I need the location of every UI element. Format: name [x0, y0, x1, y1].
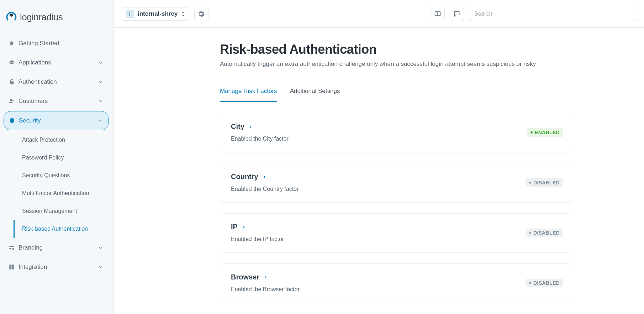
main-content: Risk-based Authentication Automatically …: [114, 28, 644, 314]
shield-icon: [9, 117, 19, 124]
factor-title: IP: [231, 223, 238, 231]
chat-icon: [453, 10, 460, 17]
settings-button[interactable]: [194, 7, 208, 21]
primary-nav: Getting Started Applications Authenticat…: [0, 34, 114, 276]
svg-point-1: [10, 14, 13, 17]
gear-icon: [198, 10, 205, 17]
svg-rect-2: [8, 20, 15, 22]
rocket-icon: [9, 40, 19, 47]
svg-rect-6: [9, 248, 11, 249]
svg-rect-8: [9, 265, 11, 267]
book-icon: [434, 10, 441, 17]
brand-logo[interactable]: loginradius: [0, 4, 114, 33]
sidebar-item-label: Getting Started: [19, 40, 104, 47]
status-text: DISABLED: [533, 280, 560, 286]
project-badge: I: [126, 10, 134, 18]
security-subnav: Attack Protection Password Policy Securi…: [7, 131, 109, 238]
factor-desc: Enabled the Country factor: [231, 186, 561, 192]
users-icon: [9, 98, 19, 104]
svg-rect-7: [12, 248, 14, 250]
sidebar-item-integration[interactable]: Integration: [4, 258, 109, 276]
chevron-down-icon: [98, 98, 104, 104]
status-text: DISABLED: [533, 180, 560, 185]
sidebar-item-applications[interactable]: Applications: [4, 53, 109, 72]
status-dot-icon: [529, 282, 531, 284]
factor-title: Browser: [231, 273, 259, 281]
logo-mark-icon: [5, 11, 18, 23]
svg-rect-5: [9, 246, 14, 247]
subnav-label: Multi Factor Authentication: [22, 190, 89, 196]
chevron-right-icon: [263, 275, 268, 280]
project-selector[interactable]: I internal-shrey: [122, 7, 189, 21]
sidebar-item-label: Security: [19, 117, 97, 124]
page-title: Risk-based Authentication: [220, 42, 572, 57]
status-dot-icon: [530, 131, 533, 134]
svg-point-4: [12, 100, 14, 101]
subnav-label: Security Questions: [22, 172, 70, 178]
status-badge: ENABLED: [527, 128, 563, 137]
factor-card-country[interactable]: Country Enabled the Country factor DISAB…: [220, 163, 572, 203]
svg-rect-10: [9, 267, 11, 269]
sidebar-item-label: Branding: [19, 244, 98, 251]
subnav-risk-based-auth[interactable]: Risk-based Authentication: [14, 220, 109, 238]
factor-card-ip[interactable]: IP Enabled the IP factor DISABLED: [220, 213, 572, 253]
sidebar-item-label: Applications: [19, 59, 98, 66]
svg-rect-11: [12, 267, 14, 269]
tab-manage-risk-factors[interactable]: Manage Risk Factors: [220, 82, 277, 102]
tab-label: Additional Settings: [290, 88, 340, 94]
subnav-security-questions[interactable]: Security Questions: [14, 167, 109, 184]
layers-icon: [9, 59, 19, 66]
factor-title: City: [231, 122, 244, 131]
chat-button[interactable]: [450, 7, 464, 21]
tabs: Manage Risk Factors Additional Settings: [220, 82, 572, 102]
status-dot-icon: [529, 232, 531, 234]
chevron-right-icon: [241, 225, 246, 230]
chevron-down-icon: [98, 79, 104, 85]
sidebar-item-label: Customers: [19, 98, 98, 105]
chevron-right-icon: [262, 174, 267, 179]
page-subtitle: Automatically trigger an extra authentic…: [220, 61, 572, 68]
topbar: I internal-shrey: [114, 0, 644, 28]
grid-icon: [9, 264, 19, 270]
sidebar-item-authentication[interactable]: Authentication: [4, 73, 109, 91]
tab-label: Manage Risk Factors: [220, 88, 277, 94]
chevron-down-icon: [98, 245, 104, 251]
status-dot-icon: [529, 182, 531, 184]
docs-button[interactable]: [431, 7, 445, 21]
lock-icon: [9, 79, 19, 85]
subnav-attack-protection[interactable]: Attack Protection: [14, 131, 109, 149]
search-input[interactable]: [469, 7, 636, 21]
tab-additional-settings[interactable]: Additional Settings: [290, 82, 340, 102]
project-name: internal-shrey: [138, 10, 178, 17]
branding-icon: [9, 245, 19, 251]
sidebar-item-branding[interactable]: Branding: [4, 239, 109, 257]
chevron-down-icon: [98, 60, 104, 66]
factor-desc: Enabled the IP factor: [231, 236, 561, 242]
sidebar-item-label: Integration: [19, 263, 98, 271]
factor-card-city[interactable]: City Enabled the City factor ENABLED: [220, 113, 572, 152]
factor-card-browser[interactable]: Browser Enabled the Browser factor DISAB…: [220, 263, 572, 303]
sidebar-item-label: Authentication: [19, 78, 98, 85]
factor-desc: Enabled the City factor: [231, 136, 561, 142]
sidebar-item-customers[interactable]: Customers: [4, 92, 109, 110]
status-badge: DISABLED: [526, 279, 563, 287]
subnav-label: Risk-based Authentication: [22, 226, 88, 232]
status-badge: DISABLED: [526, 178, 563, 187]
sidebar-item-security[interactable]: Security: [4, 111, 109, 130]
select-caret-icon: [181, 11, 185, 16]
chevron-down-icon: [98, 264, 104, 270]
subnav-label: Attack Protection: [22, 137, 65, 143]
subnav-session-management[interactable]: Session Management: [14, 202, 109, 220]
chevron-right-icon: [248, 124, 253, 129]
status-badge: DISABLED: [526, 229, 563, 237]
subnav-password-policy[interactable]: Password Policy: [14, 149, 109, 167]
subnav-label: Password Policy: [22, 155, 64, 161]
sidebar-item-getting-started[interactable]: Getting Started: [4, 34, 109, 53]
status-text: DISABLED: [533, 230, 560, 236]
brand-name: loginradius: [20, 12, 63, 23]
chevron-up-icon: [97, 118, 103, 124]
sidebar: loginradius Getting Started Applications…: [0, 0, 114, 314]
status-text: ENABLED: [535, 130, 560, 135]
svg-point-3: [10, 99, 12, 101]
subnav-mfa[interactable]: Multi Factor Authentication: [14, 184, 109, 202]
